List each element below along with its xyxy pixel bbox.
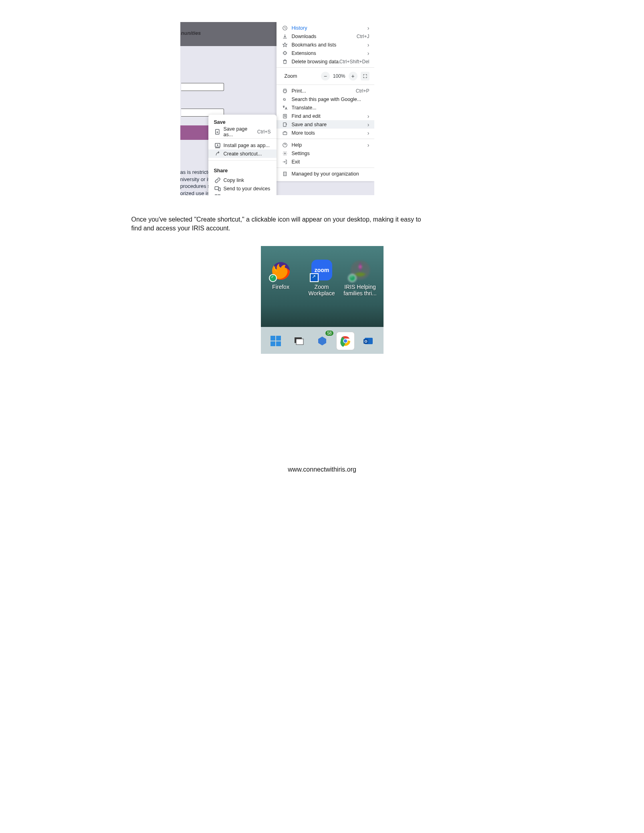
submenu-item-create-shortcut[interactable]: Create shortcut...: [208, 149, 277, 158]
taskbar-start-button[interactable]: [267, 332, 285, 350]
svg-rect-23: [276, 336, 281, 341]
menu-item-search-google[interactable]: G Search this page with Google...: [277, 95, 374, 103]
menu-separator: [208, 138, 277, 139]
gear-icon: [281, 150, 289, 157]
find-icon: [281, 113, 289, 119]
zoom-out-button[interactable]: −: [321, 72, 330, 81]
svg-text:G: G: [283, 97, 286, 101]
svg-rect-24: [271, 341, 275, 346]
menu-item-more-tools[interactable]: More tools ›: [277, 129, 374, 137]
firefox-icon: [270, 259, 292, 281]
exit-icon: [281, 159, 289, 165]
svg-rect-6: [283, 132, 287, 134]
svg-rect-15: [218, 195, 220, 196]
svg-rect-25: [276, 341, 281, 346]
svg-rect-5: [283, 123, 286, 126]
desktop-icon-firefox[interactable]: Firefox: [263, 259, 299, 290]
print-icon: [281, 88, 289, 94]
svg-rect-13: [218, 188, 220, 191]
toolbox-icon: [281, 130, 289, 136]
svg-point-21: [359, 265, 362, 268]
submenu-heading-save: Save: [208, 115, 277, 127]
svg-text:zoom: zoom: [314, 267, 329, 273]
chevron-right-icon: ›: [367, 130, 369, 136]
trash-icon: [281, 58, 289, 65]
menu-item-settings[interactable]: Settings: [277, 149, 374, 157]
banner-fragment: nunities: [181, 30, 201, 36]
menu-separator: [277, 67, 374, 68]
text-input[interactable]: [181, 83, 224, 91]
menu-separator: [208, 160, 277, 161]
save-share-submenu: Save Save page as... Ctrl+S Install page…: [208, 115, 277, 195]
menu-item-history[interactable]: History ›: [277, 24, 374, 32]
taskbar-chrome-button[interactable]: [337, 332, 354, 350]
menu-item-downloads[interactable]: Downloads Ctrl+J: [277, 32, 374, 40]
svg-rect-22: [271, 336, 275, 341]
menu-separator: [277, 167, 374, 168]
desktop-icon-zoom[interactable]: zoom ZoomWorkplace: [304, 259, 339, 296]
submenu-item-save-page[interactable]: Save page as... Ctrl+S: [208, 127, 277, 136]
devices-icon: [214, 186, 221, 192]
svg-rect-9: [283, 172, 286, 175]
desktop-icon-iris[interactable]: IRIS Helpingfamilies thri...: [343, 259, 378, 296]
screenshot-desktop: Firefox zoom ZoomWorkplace IRIS Helpingf…: [261, 246, 384, 354]
chevron-right-icon: ›: [367, 42, 369, 48]
qr-icon: [214, 194, 221, 196]
puzzle-icon: [281, 50, 289, 56]
submenu-item-copy-link[interactable]: Copy link: [208, 176, 277, 184]
shortcut-arrow-icon: [214, 151, 221, 157]
page-body-fragment: as is restricte niversity or it procedur…: [180, 169, 210, 195]
svg-rect-27: [296, 339, 303, 345]
submenu-item-install-app[interactable]: Install page as app...: [208, 141, 277, 149]
help-icon: [281, 142, 289, 148]
iris-icon: [349, 259, 371, 281]
chevron-right-icon: ›: [367, 122, 369, 127]
submenu-heading-share: Share: [208, 163, 277, 176]
building-icon: [281, 171, 289, 177]
taskbar: O: [261, 328, 384, 354]
menu-item-save-share[interactable]: Save and share ›: [277, 120, 374, 129]
submenu-item-qr[interactable]: Create QR Code: [208, 193, 277, 195]
chevron-right-icon: ›: [367, 50, 369, 56]
sync-badge-icon: [269, 274, 277, 282]
translate-icon: [281, 105, 289, 111]
taskbar-taskview-button[interactable]: [290, 332, 308, 350]
menu-item-extensions[interactable]: Extensions ›: [277, 49, 374, 57]
menu-separator: [277, 85, 374, 85]
zoom-percent: 100%: [333, 73, 345, 79]
chevron-right-icon: ›: [367, 113, 369, 119]
menu-item-translate[interactable]: Translate...: [277, 103, 374, 112]
svg-rect-3: [283, 114, 286, 118]
link-icon: [214, 177, 221, 184]
svg-point-8: [284, 153, 286, 154]
history-icon: [281, 25, 289, 31]
menu-item-find[interactable]: Find and edit ›: [277, 112, 374, 120]
taskbar-outlook-button[interactable]: O: [360, 332, 378, 350]
fullscreen-button[interactable]: [361, 72, 369, 81]
menu-item-zoom: Zoom − 100% +: [277, 69, 374, 83]
menu-separator: [277, 139, 374, 139]
zoom-icon: zoom: [311, 259, 333, 281]
download-icon: [281, 33, 289, 40]
menu-item-delete-data[interactable]: Delete browsing data... Ctrl+Shift+Del: [277, 57, 374, 66]
menu-item-bookmarks[interactable]: Bookmarks and lists ›: [277, 40, 374, 49]
sync-badge-icon: [348, 274, 356, 282]
chrome-main-menu: History › Downloads Ctrl+J Bookmarks and…: [277, 22, 374, 181]
svg-text:O: O: [364, 339, 367, 343]
menu-item-print[interactable]: Print... Ctrl+P: [277, 87, 374, 95]
menu-item-help[interactable]: Help ›: [277, 141, 374, 149]
submenu-item-send-devices[interactable]: Send to your devices: [208, 184, 277, 193]
instruction-paragraph: Once you've selected "Create shortcut," …: [131, 215, 424, 233]
menu-item-exit[interactable]: Exit: [277, 157, 374, 166]
zoom-in-button[interactable]: +: [349, 72, 357, 81]
chevron-right-icon: ›: [367, 142, 369, 148]
svg-rect-14: [215, 195, 217, 196]
menu-item-managed[interactable]: Managed by your organization: [277, 169, 374, 178]
taskbar-app-button[interactable]: [313, 332, 331, 350]
star-icon: [281, 42, 289, 48]
page-save-icon: [214, 129, 221, 135]
svg-rect-12: [215, 186, 218, 190]
screenshot-chrome-menu: nunities as is restricte niversity or it…: [180, 22, 374, 195]
google-icon: G: [281, 96, 289, 103]
save-share-icon: [281, 121, 289, 128]
